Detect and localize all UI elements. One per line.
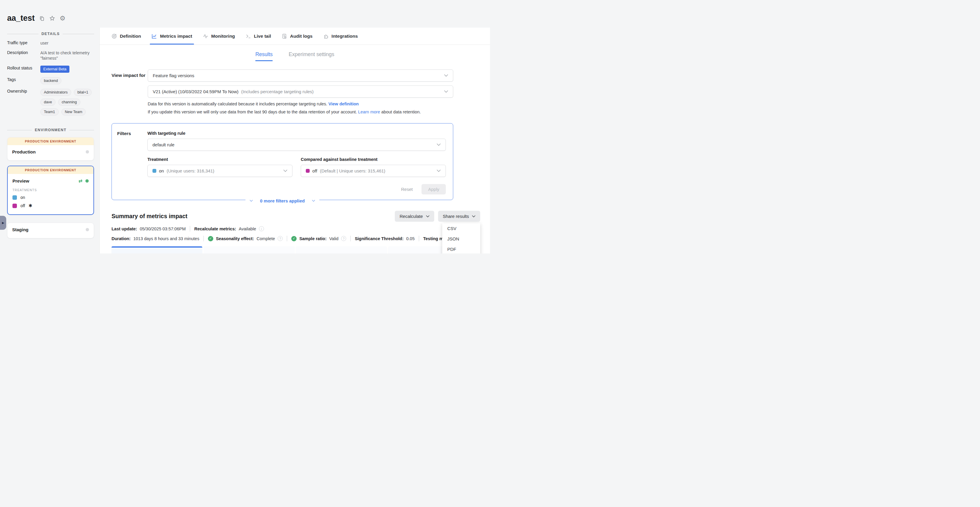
puzzle-icon — [323, 33, 329, 39]
share-results-button[interactable]: Share results — [438, 211, 480, 222]
more-filters-toggle[interactable]: 0 more filters applied — [246, 198, 320, 203]
pulse-icon — [203, 33, 208, 39]
treatment-on-swatch — [153, 169, 156, 173]
view-definition-link[interactable]: View definition — [328, 102, 359, 106]
treatment-label: on — [21, 195, 25, 200]
view-impact-label: View impact for — [111, 69, 148, 115]
star-icon[interactable] — [49, 16, 55, 21]
summary-title: Summary of metrics impact — [111, 213, 188, 220]
recalculate-button[interactable]: Recalculate — [395, 211, 434, 222]
main-content: Definition Metrics impact Monitoring — [99, 28, 490, 254]
env-card-staging[interactable]: Staging — [7, 223, 94, 238]
targeting-rule-select[interactable]: default rule — [147, 139, 446, 151]
chevron-down-icon — [426, 215, 430, 218]
chevron-down-icon — [437, 169, 441, 172]
tab-live-tail[interactable]: Live tail — [246, 28, 271, 45]
description-value: A/A test to check telemetry "fairness" — [40, 50, 94, 61]
chevron-down-icon — [250, 200, 253, 202]
menu-item-json[interactable]: JSON — [442, 234, 480, 244]
version-select[interactable]: V21 (Active) (10/03/2022 04:59PM To Now)… — [148, 86, 453, 98]
treatment-on-swatch — [13, 195, 17, 200]
owner-chip[interactable]: channing — [58, 99, 80, 106]
chevron-down-icon — [444, 74, 448, 77]
status-dot-gray — [86, 228, 89, 231]
duration-line: Duration: 1013 days 8 hours and 33 minut… — [111, 236, 480, 241]
swap-arrows-icon[interactable]: ⇄ — [79, 178, 83, 184]
ownership-label: Ownership — [7, 89, 40, 115]
treatment-on-row: on — [13, 195, 89, 200]
share-results-menu: CSV JSON PDF Copy URL — [442, 223, 480, 254]
environment-heading: ENVIRONMENT — [7, 128, 94, 132]
check-circle-icon: ✓ — [291, 236, 297, 241]
env-name: Production — [12, 149, 36, 155]
env-name: Staging — [12, 227, 29, 232]
check-circle-icon: ✓ — [208, 236, 213, 241]
copy-icon[interactable] — [39, 16, 45, 21]
metric-cards-row: All metrics 12 Desired impact 0 Undesire… — [111, 246, 480, 254]
chevron-down-icon — [437, 143, 441, 146]
treatments-heading: TREATMENTS — [13, 188, 89, 192]
owner-chip[interactable]: bilal+1 — [74, 89, 92, 96]
treatment-select[interactable]: on (Unique users: 316,341) — [147, 165, 293, 177]
subtab-experiment-settings[interactable]: Experiment settings — [289, 51, 334, 61]
filters-panel: Filters With targeting rule default rule… — [111, 123, 453, 200]
tags-row: Tags backend — [7, 77, 94, 84]
details-heading: DETAILS — [7, 32, 94, 36]
production-env-banner: PRODUCTION ENVIRONMENT — [8, 166, 94, 174]
menu-item-csv[interactable]: CSV — [442, 223, 480, 234]
ownership-row: Ownership Administrators bilal+1 dave ch… — [7, 89, 94, 115]
description-label: Description — [7, 50, 40, 61]
tab-integrations[interactable]: Integrations — [323, 28, 358, 45]
tab-metrics-impact[interactable]: Metrics impact — [151, 28, 192, 45]
owner-chip[interactable]: Administrators — [40, 89, 71, 96]
version-type-select[interactable]: Feature flag versions — [148, 69, 453, 81]
learn-more-link[interactable]: Learn more — [358, 110, 380, 114]
traffic-type-row: Traffic type user — [7, 40, 94, 46]
env-card-preview[interactable]: PRODUCTION ENVIRONMENT Preview ⇄ TREATME… — [7, 166, 94, 215]
traffic-type-label: Traffic type — [7, 40, 40, 46]
target-icon — [111, 33, 117, 39]
metric-card-undesired-impact[interactable]: Undesired impact 0 — [296, 246, 387, 254]
chevron-down-icon — [444, 90, 448, 93]
rollout-status-badge[interactable]: External Beta — [40, 65, 69, 73]
owner-chip[interactable]: Team1 — [40, 108, 59, 115]
subtab-results[interactable]: Results — [255, 51, 273, 61]
tab-audit-logs[interactable]: Audit logs — [282, 28, 313, 45]
metric-card-all-metrics[interactable]: All metrics 12 — [111, 246, 202, 254]
subtab-bar: Results Experiment settings — [100, 51, 490, 61]
tab-monitoring[interactable]: Monitoring — [203, 28, 235, 45]
view-impact-section: View impact for Feature flag versions V2… — [111, 69, 453, 115]
chevron-down-icon — [472, 215, 476, 218]
apply-button[interactable]: Apply — [422, 184, 446, 195]
chevron-down-icon — [312, 200, 315, 202]
production-env-banner: PRODUCTION ENVIRONMENT — [7, 137, 94, 145]
gear-icon[interactable]: ⚙ — [60, 15, 65, 22]
owner-chip[interactable]: New Team — [61, 108, 86, 115]
tag-chip[interactable]: backend — [40, 77, 61, 84]
status-dot-green — [86, 179, 89, 183]
description-row: Description A/A test to check telemetry … — [7, 50, 94, 61]
filters-label: Filters — [117, 131, 147, 195]
owner-chip[interactable]: dave — [40, 99, 56, 106]
line-chart-icon — [151, 33, 157, 39]
sidebar-collapse-handle[interactable]: ▶ — [0, 216, 6, 230]
status-dot-gray — [86, 150, 89, 153]
chevron-down-icon — [283, 169, 287, 172]
menu-item-pdf[interactable]: PDF — [442, 244, 480, 254]
summary-section: Summary of metrics impact Recalculate Sh… — [111, 211, 480, 254]
traffic-type-value: user — [40, 40, 94, 46]
treatment-label: off — [21, 203, 25, 208]
help-icon[interactable]: ? — [341, 236, 346, 241]
metric-card-desired-impact[interactable]: Desired impact 0 — [204, 246, 294, 254]
reset-button[interactable]: Reset — [401, 187, 413, 192]
tab-definition[interactable]: Definition — [111, 28, 141, 45]
help-icon[interactable]: ? — [278, 236, 283, 241]
targeting-rule-label: With targeting rule — [147, 131, 446, 136]
env-card-production[interactable]: PRODUCTION ENVIRONMENT Production — [7, 137, 94, 161]
audit-log-icon — [282, 33, 287, 39]
baseline-select[interactable]: off (Default | Unique users: 315,461) — [301, 165, 446, 177]
info-icon[interactable]: i — [259, 226, 264, 231]
baseline-label: Compared against baseline treatment — [301, 157, 446, 162]
tab-bar: Definition Metrics impact Monitoring — [100, 28, 490, 45]
default-treatment-asterisk-icon: ✱ — [29, 203, 32, 208]
